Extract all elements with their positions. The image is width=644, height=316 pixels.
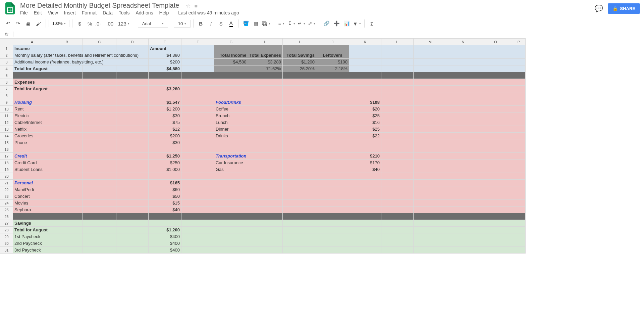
cell-K14[interactable]: $22 bbox=[349, 133, 381, 139]
cell-M30[interactable] bbox=[413, 240, 447, 247]
cell-D20[interactable] bbox=[116, 173, 149, 180]
cell-N14[interactable] bbox=[447, 133, 479, 139]
row-header-11[interactable]: 11 bbox=[0, 112, 13, 119]
row-header-26[interactable]: 26 bbox=[0, 213, 13, 220]
cell-I7[interactable] bbox=[282, 86, 316, 92]
cell-B26[interactable] bbox=[51, 213, 83, 220]
cell-B11[interactable] bbox=[51, 112, 83, 119]
zoom-select[interactable]: 100% bbox=[49, 20, 69, 27]
cell-P5[interactable] bbox=[512, 72, 525, 79]
row-header-24[interactable]: 24 bbox=[0, 200, 13, 207]
cell-B21[interactable] bbox=[51, 180, 83, 186]
cell-L4[interactable] bbox=[381, 65, 413, 72]
cell-M20[interactable] bbox=[413, 173, 447, 180]
cell-L22[interactable] bbox=[381, 186, 413, 193]
cell-M22[interactable] bbox=[413, 186, 447, 193]
cell-M5[interactable] bbox=[413, 72, 447, 79]
cell-C26[interactable] bbox=[83, 213, 116, 220]
cell-N10[interactable] bbox=[447, 106, 479, 112]
cell-E4[interactable]: $4,580 bbox=[149, 65, 181, 72]
cell-C6[interactable] bbox=[83, 79, 116, 86]
cell-F23[interactable] bbox=[181, 193, 214, 200]
text-color-icon[interactable]: A bbox=[226, 19, 236, 28]
cell-I9[interactable] bbox=[282, 99, 316, 106]
cell-L29[interactable] bbox=[381, 233, 413, 240]
cell-D18[interactable] bbox=[116, 160, 149, 166]
cell-M10[interactable] bbox=[413, 106, 447, 112]
cell-B9[interactable] bbox=[51, 99, 83, 106]
undo-icon[interactable]: ↶ bbox=[3, 19, 13, 28]
functions-icon[interactable]: Σ bbox=[367, 19, 377, 28]
column-header-A[interactable]: A bbox=[13, 39, 51, 45]
number-format-select[interactable]: 123 bbox=[115, 19, 132, 28]
cell-E1[interactable]: Amount bbox=[149, 45, 181, 52]
cell-C27[interactable] bbox=[83, 220, 116, 227]
cell-N12[interactable] bbox=[447, 119, 479, 126]
cell-D7[interactable] bbox=[116, 86, 149, 92]
cell-G20[interactable] bbox=[214, 173, 248, 180]
row-header-13[interactable]: 13 bbox=[0, 126, 13, 133]
cell-D13[interactable] bbox=[116, 126, 149, 133]
cell-G31[interactable] bbox=[214, 247, 248, 254]
cell-J24[interactable] bbox=[316, 200, 349, 207]
cell-O20[interactable] bbox=[479, 173, 512, 180]
cell-K27[interactable] bbox=[349, 220, 381, 227]
cell-C16[interactable] bbox=[83, 146, 116, 153]
cell-I26[interactable] bbox=[282, 213, 316, 220]
cell-J17[interactable] bbox=[316, 153, 349, 160]
cell-M31[interactable] bbox=[413, 247, 447, 254]
menu-view[interactable]: View bbox=[48, 10, 58, 15]
cell-D16[interactable] bbox=[116, 146, 149, 153]
cell-I13[interactable] bbox=[282, 126, 316, 133]
cell-O27[interactable] bbox=[479, 220, 512, 227]
cell-L1[interactable] bbox=[381, 45, 413, 52]
strikethrough-icon[interactable]: S bbox=[216, 19, 226, 28]
column-header-N[interactable]: N bbox=[447, 39, 479, 45]
vertical-align-icon[interactable]: ↧ bbox=[287, 19, 296, 28]
cell-O23[interactable] bbox=[479, 193, 512, 200]
cell-N6[interactable] bbox=[447, 79, 479, 86]
cell-P16[interactable] bbox=[512, 146, 525, 153]
cell-O26[interactable] bbox=[479, 213, 512, 220]
column-header-B[interactable]: B bbox=[51, 39, 83, 45]
cell-P14[interactable] bbox=[512, 133, 525, 139]
cell-P9[interactable] bbox=[512, 99, 525, 106]
cell-J25[interactable] bbox=[316, 207, 349, 213]
cell-A18[interactable]: Credit Card bbox=[13, 160, 51, 166]
row-header-14[interactable]: 14 bbox=[0, 133, 13, 139]
cell-E27[interactable] bbox=[149, 220, 181, 227]
cell-E7[interactable]: $3,280 bbox=[149, 86, 181, 92]
cell-O7[interactable] bbox=[479, 86, 512, 92]
cell-G14[interactable]: Drinks bbox=[214, 133, 248, 139]
cell-F30[interactable] bbox=[181, 240, 214, 247]
cell-H29[interactable] bbox=[248, 233, 282, 240]
cell-O25[interactable] bbox=[479, 207, 512, 213]
column-header-F[interactable]: F bbox=[181, 39, 214, 45]
cell-C25[interactable] bbox=[83, 207, 116, 213]
cell-M12[interactable] bbox=[413, 119, 447, 126]
cell-K26[interactable] bbox=[349, 213, 381, 220]
bold-icon[interactable]: B bbox=[196, 19, 206, 28]
fill-color-icon[interactable]: 🪣 bbox=[241, 19, 251, 28]
row-header-12[interactable]: 12 bbox=[0, 119, 13, 126]
paint-format-icon[interactable]: 🖌 bbox=[34, 19, 43, 28]
cell-J7[interactable] bbox=[316, 86, 349, 92]
cell-N23[interactable] bbox=[447, 193, 479, 200]
cell-F20[interactable] bbox=[181, 173, 214, 180]
cell-H22[interactable] bbox=[248, 186, 282, 193]
column-header-D[interactable]: D bbox=[116, 39, 149, 45]
cell-E14[interactable]: $200 bbox=[149, 133, 181, 139]
cell-I11[interactable] bbox=[282, 112, 316, 119]
cell-L11[interactable] bbox=[381, 112, 413, 119]
cell-E11[interactable]: $30 bbox=[149, 112, 181, 119]
cell-I28[interactable] bbox=[282, 227, 316, 233]
cell-P10[interactable] bbox=[512, 106, 525, 112]
cell-B28[interactable] bbox=[51, 227, 83, 233]
cell-G17[interactable]: Transportation bbox=[214, 153, 248, 160]
cell-H23[interactable] bbox=[248, 193, 282, 200]
cell-B5[interactable] bbox=[51, 72, 83, 79]
cell-P1[interactable] bbox=[512, 45, 525, 52]
cell-M13[interactable] bbox=[413, 126, 447, 133]
cell-A11[interactable]: Electric bbox=[13, 112, 51, 119]
cell-E12[interactable]: $75 bbox=[149, 119, 181, 126]
